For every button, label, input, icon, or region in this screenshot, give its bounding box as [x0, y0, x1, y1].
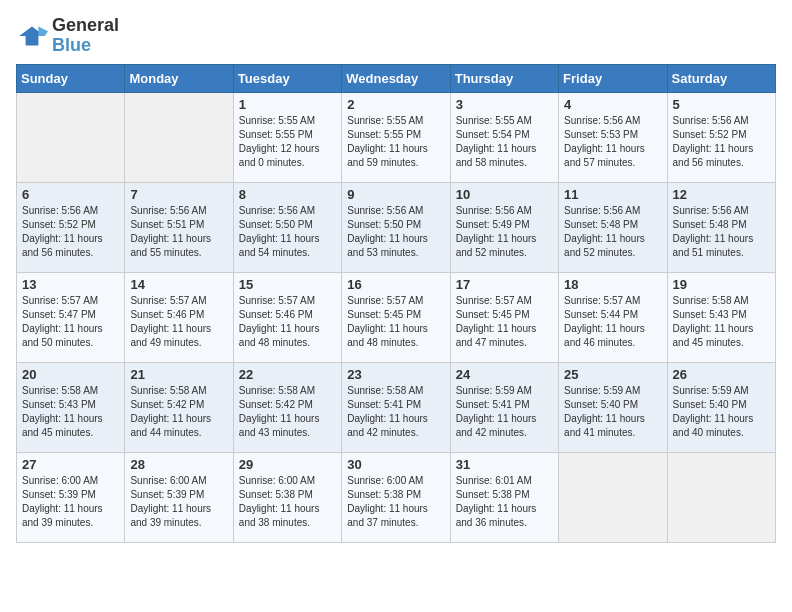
calendar-cell: 17Sunrise: 5:57 AM Sunset: 5:45 PM Dayli…: [450, 272, 558, 362]
calendar-week-4: 20Sunrise: 5:58 AM Sunset: 5:43 PM Dayli…: [17, 362, 776, 452]
logo-text: General Blue: [52, 16, 119, 56]
day-number: 30: [347, 457, 444, 472]
calendar-cell: 2Sunrise: 5:55 AM Sunset: 5:55 PM Daylig…: [342, 92, 450, 182]
day-number: 7: [130, 187, 227, 202]
calendar-week-2: 6Sunrise: 5:56 AM Sunset: 5:52 PM Daylig…: [17, 182, 776, 272]
day-number: 1: [239, 97, 336, 112]
calendar-week-3: 13Sunrise: 5:57 AM Sunset: 5:47 PM Dayli…: [17, 272, 776, 362]
calendar-week-5: 27Sunrise: 6:00 AM Sunset: 5:39 PM Dayli…: [17, 452, 776, 542]
calendar-cell: 10Sunrise: 5:56 AM Sunset: 5:49 PM Dayli…: [450, 182, 558, 272]
calendar-cell: 6Sunrise: 5:56 AM Sunset: 5:52 PM Daylig…: [17, 182, 125, 272]
day-number: 23: [347, 367, 444, 382]
calendar-cell: 14Sunrise: 5:57 AM Sunset: 5:46 PM Dayli…: [125, 272, 233, 362]
day-info: Sunrise: 5:57 AM Sunset: 5:46 PM Dayligh…: [239, 294, 336, 350]
day-header-friday: Friday: [559, 64, 667, 92]
day-number: 17: [456, 277, 553, 292]
calendar-cell: [125, 92, 233, 182]
logo-icon: [16, 20, 48, 52]
day-info: Sunrise: 6:00 AM Sunset: 5:38 PM Dayligh…: [347, 474, 444, 530]
day-info: Sunrise: 5:57 AM Sunset: 5:46 PM Dayligh…: [130, 294, 227, 350]
calendar-cell: 21Sunrise: 5:58 AM Sunset: 5:42 PM Dayli…: [125, 362, 233, 452]
page-header: General Blue: [16, 16, 776, 56]
day-info: Sunrise: 5:57 AM Sunset: 5:47 PM Dayligh…: [22, 294, 119, 350]
day-info: Sunrise: 5:59 AM Sunset: 5:41 PM Dayligh…: [456, 384, 553, 440]
day-number: 25: [564, 367, 661, 382]
day-header-monday: Monday: [125, 64, 233, 92]
day-info: Sunrise: 6:00 AM Sunset: 5:39 PM Dayligh…: [22, 474, 119, 530]
day-info: Sunrise: 5:58 AM Sunset: 5:42 PM Dayligh…: [239, 384, 336, 440]
day-info: Sunrise: 5:58 AM Sunset: 5:42 PM Dayligh…: [130, 384, 227, 440]
calendar-cell: 9Sunrise: 5:56 AM Sunset: 5:50 PM Daylig…: [342, 182, 450, 272]
calendar-cell: 1Sunrise: 5:55 AM Sunset: 5:55 PM Daylig…: [233, 92, 341, 182]
calendar-cell: 12Sunrise: 5:56 AM Sunset: 5:48 PM Dayli…: [667, 182, 775, 272]
day-number: 14: [130, 277, 227, 292]
calendar-cell: 20Sunrise: 5:58 AM Sunset: 5:43 PM Dayli…: [17, 362, 125, 452]
day-number: 29: [239, 457, 336, 472]
calendar-cell: 7Sunrise: 5:56 AM Sunset: 5:51 PM Daylig…: [125, 182, 233, 272]
calendar-cell: 3Sunrise: 5:55 AM Sunset: 5:54 PM Daylig…: [450, 92, 558, 182]
day-number: 4: [564, 97, 661, 112]
calendar-cell: 31Sunrise: 6:01 AM Sunset: 5:38 PM Dayli…: [450, 452, 558, 542]
calendar-cell: 13Sunrise: 5:57 AM Sunset: 5:47 PM Dayli…: [17, 272, 125, 362]
day-info: Sunrise: 5:56 AM Sunset: 5:52 PM Dayligh…: [22, 204, 119, 260]
calendar-cell: 30Sunrise: 6:00 AM Sunset: 5:38 PM Dayli…: [342, 452, 450, 542]
day-number: 5: [673, 97, 770, 112]
calendar-cell: 24Sunrise: 5:59 AM Sunset: 5:41 PM Dayli…: [450, 362, 558, 452]
day-number: 31: [456, 457, 553, 472]
day-info: Sunrise: 5:56 AM Sunset: 5:49 PM Dayligh…: [456, 204, 553, 260]
day-info: Sunrise: 6:01 AM Sunset: 5:38 PM Dayligh…: [456, 474, 553, 530]
day-info: Sunrise: 6:00 AM Sunset: 5:38 PM Dayligh…: [239, 474, 336, 530]
day-number: 16: [347, 277, 444, 292]
day-info: Sunrise: 5:58 AM Sunset: 5:43 PM Dayligh…: [22, 384, 119, 440]
calendar-header-row: SundayMondayTuesdayWednesdayThursdayFrid…: [17, 64, 776, 92]
calendar-cell: 25Sunrise: 5:59 AM Sunset: 5:40 PM Dayli…: [559, 362, 667, 452]
day-number: 12: [673, 187, 770, 202]
day-number: 28: [130, 457, 227, 472]
day-header-tuesday: Tuesday: [233, 64, 341, 92]
calendar-cell: 29Sunrise: 6:00 AM Sunset: 5:38 PM Dayli…: [233, 452, 341, 542]
day-info: Sunrise: 5:59 AM Sunset: 5:40 PM Dayligh…: [564, 384, 661, 440]
day-number: 13: [22, 277, 119, 292]
day-header-saturday: Saturday: [667, 64, 775, 92]
day-info: Sunrise: 5:56 AM Sunset: 5:51 PM Dayligh…: [130, 204, 227, 260]
day-info: Sunrise: 5:58 AM Sunset: 5:43 PM Dayligh…: [673, 294, 770, 350]
day-number: 21: [130, 367, 227, 382]
day-number: 15: [239, 277, 336, 292]
day-info: Sunrise: 5:56 AM Sunset: 5:53 PM Dayligh…: [564, 114, 661, 170]
day-info: Sunrise: 5:56 AM Sunset: 5:48 PM Dayligh…: [564, 204, 661, 260]
calendar-body: 1Sunrise: 5:55 AM Sunset: 5:55 PM Daylig…: [17, 92, 776, 542]
day-number: 11: [564, 187, 661, 202]
calendar-cell: [559, 452, 667, 542]
calendar-cell: 18Sunrise: 5:57 AM Sunset: 5:44 PM Dayli…: [559, 272, 667, 362]
day-number: 22: [239, 367, 336, 382]
calendar-cell: 22Sunrise: 5:58 AM Sunset: 5:42 PM Dayli…: [233, 362, 341, 452]
day-info: Sunrise: 5:55 AM Sunset: 5:54 PM Dayligh…: [456, 114, 553, 170]
day-number: 18: [564, 277, 661, 292]
day-info: Sunrise: 6:00 AM Sunset: 5:39 PM Dayligh…: [130, 474, 227, 530]
day-number: 10: [456, 187, 553, 202]
svg-marker-1: [38, 26, 48, 36]
day-info: Sunrise: 5:59 AM Sunset: 5:40 PM Dayligh…: [673, 384, 770, 440]
day-number: 9: [347, 187, 444, 202]
calendar-cell: 27Sunrise: 6:00 AM Sunset: 5:39 PM Dayli…: [17, 452, 125, 542]
day-info: Sunrise: 5:57 AM Sunset: 5:45 PM Dayligh…: [456, 294, 553, 350]
day-info: Sunrise: 5:55 AM Sunset: 5:55 PM Dayligh…: [239, 114, 336, 170]
day-number: 19: [673, 277, 770, 292]
calendar-cell: 4Sunrise: 5:56 AM Sunset: 5:53 PM Daylig…: [559, 92, 667, 182]
calendar-cell: 28Sunrise: 6:00 AM Sunset: 5:39 PM Dayli…: [125, 452, 233, 542]
calendar-cell: [17, 92, 125, 182]
day-info: Sunrise: 5:58 AM Sunset: 5:41 PM Dayligh…: [347, 384, 444, 440]
calendar-table: SundayMondayTuesdayWednesdayThursdayFrid…: [16, 64, 776, 543]
day-info: Sunrise: 5:57 AM Sunset: 5:44 PM Dayligh…: [564, 294, 661, 350]
calendar-cell: 15Sunrise: 5:57 AM Sunset: 5:46 PM Dayli…: [233, 272, 341, 362]
day-number: 20: [22, 367, 119, 382]
day-number: 26: [673, 367, 770, 382]
day-info: Sunrise: 5:56 AM Sunset: 5:48 PM Dayligh…: [673, 204, 770, 260]
day-number: 6: [22, 187, 119, 202]
calendar-cell: 5Sunrise: 5:56 AM Sunset: 5:52 PM Daylig…: [667, 92, 775, 182]
day-info: Sunrise: 5:56 AM Sunset: 5:50 PM Dayligh…: [239, 204, 336, 260]
day-number: 8: [239, 187, 336, 202]
day-number: 24: [456, 367, 553, 382]
day-info: Sunrise: 5:55 AM Sunset: 5:55 PM Dayligh…: [347, 114, 444, 170]
day-header-sunday: Sunday: [17, 64, 125, 92]
